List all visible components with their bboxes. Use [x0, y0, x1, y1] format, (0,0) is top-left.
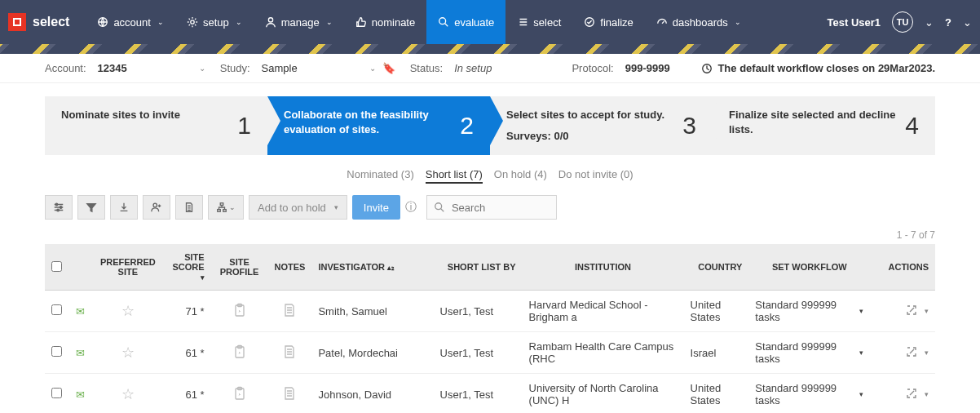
nav-dashboards[interactable]: dashboards⌄ [645, 0, 753, 44]
note-icon[interactable] [284, 349, 295, 361]
nav-nominate[interactable]: nominate [344, 0, 426, 44]
context-status: Status: In setup [410, 62, 492, 74]
document-icon [183, 202, 195, 213]
nav-account[interactable]: account⌄ [86, 0, 175, 44]
nav-label: setup [203, 16, 229, 29]
svg-rect-11 [218, 210, 221, 212]
actions-chevron-icon[interactable]: ▾ [925, 349, 929, 357]
label: Protocol: [572, 62, 613, 74]
label: Study: [220, 62, 250, 74]
filter-icon [86, 202, 97, 213]
workflow-step-2[interactable]: Collaborate on the feasibility evaluatio… [267, 96, 490, 155]
nav-manage[interactable]: manage⌄ [254, 0, 344, 44]
col-workflow[interactable]: SET WORKFLOW [748, 244, 870, 291]
edit-action-icon[interactable] [905, 304, 918, 319]
info-icon[interactable]: ⓘ [405, 200, 417, 215]
col-preferred[interactable]: PREFERRED SITE [94, 244, 162, 291]
col-institution[interactable]: INSTITUTION [523, 244, 684, 291]
add-to-onhold-button[interactable]: Add to on hold ▾ [249, 195, 347, 220]
star-icon[interactable]: ☆ [121, 386, 135, 402]
svg-point-7 [60, 206, 62, 209]
col-shortlistby[interactable]: SHORT LIST BY [434, 244, 523, 291]
workflow-value: Standard 999999 tasks [755, 340, 853, 365]
row-checkbox[interactable] [51, 388, 62, 398]
clipboard-icon[interactable] [233, 349, 246, 362]
tab-shortlist[interactable]: Short list (7) [426, 168, 483, 184]
workflow-step-3[interactable]: Select sites to accept for study. Survey… [490, 96, 713, 155]
bookmark-icon[interactable]: 🔖 [382, 62, 395, 74]
workflow-dropdown[interactable]: Standard 999999 tasks▾ [755, 299, 863, 323]
step-number: 3 [682, 112, 696, 140]
col-investigator[interactable]: INVESTIGATOR ▴₂ [311, 244, 433, 291]
search-box[interactable] [426, 195, 557, 220]
svg-point-3 [439, 18, 446, 24]
invite-button[interactable]: Invite [352, 195, 400, 220]
list-icon [517, 16, 528, 28]
user-name: Test User1 [828, 16, 881, 29]
chevron-down-icon[interactable]: ⌄ [963, 16, 972, 29]
col-actions[interactable]: ACTIONS [870, 244, 935, 291]
nav-setup[interactable]: setup⌄ [175, 0, 254, 44]
download-button[interactable] [110, 195, 138, 220]
context-account[interactable]: Account: 12345 ⌄ [45, 62, 205, 74]
chevron-down-icon: ▾ [334, 203, 338, 211]
col-score[interactable]: SITE SCORE ▾ [162, 244, 211, 291]
clipboard-icon[interactable] [233, 391, 246, 403]
select-all-checkbox[interactable] [51, 261, 62, 272]
filter-button[interactable] [77, 195, 105, 220]
nav-label: select [533, 16, 561, 29]
actions-chevron-icon[interactable]: ▾ [925, 307, 929, 315]
add-user-button[interactable] [143, 195, 170, 220]
envelope-icon[interactable]: ✉ [76, 347, 85, 359]
col-notes[interactable]: NOTES [268, 244, 312, 291]
tab-donotinvite[interactable]: Do not invite (0) [558, 168, 633, 184]
col-profile[interactable]: SITE PROFILE [211, 244, 268, 291]
help-icon[interactable]: ? [945, 16, 951, 29]
row-checkbox[interactable] [51, 304, 62, 315]
note-icon[interactable] [284, 307, 295, 319]
nav-label: finalize [600, 16, 633, 29]
search-input[interactable] [452, 202, 550, 214]
step-number: 1 [237, 112, 251, 140]
user-avatar[interactable]: TU [892, 11, 913, 33]
sliders-icon [53, 202, 64, 213]
nav-finalize[interactable]: finalize [572, 0, 644, 44]
workflow-step-4[interactable]: Finalize site selected and decline lists… [713, 96, 935, 155]
chevron-down-icon[interactable]: ⌄ [925, 16, 934, 29]
brand[interactable]: select [8, 13, 69, 31]
workflow-dropdown[interactable]: Standard 999999 tasks▾ [755, 382, 863, 406]
col-country[interactable]: COUNTRY [684, 244, 749, 291]
edit-action-icon[interactable] [905, 387, 918, 402]
chevron-down-icon: ⌄ [735, 18, 741, 26]
svg-point-6 [55, 204, 58, 206]
nav-evaluate[interactable]: evaluate [426, 0, 505, 44]
sites-table: PREFERRED SITE SITE SCORE ▾ SITE PROFILE… [45, 244, 935, 413]
brand-logo-icon [8, 13, 26, 31]
star-icon[interactable]: ☆ [121, 344, 135, 361]
tab-onhold[interactable]: On hold (4) [494, 168, 547, 184]
step-text: Nominate sites to invite [61, 108, 229, 122]
row-checkbox[interactable] [51, 346, 62, 357]
settings-toggle-button[interactable] [45, 195, 73, 220]
document-button[interactable] [175, 195, 203, 220]
nav-label: account [113, 16, 151, 29]
search-icon [434, 202, 445, 213]
subtabs: Nominated (3) Short list (7) On hold (4)… [0, 163, 980, 195]
envelope-icon[interactable]: ✉ [76, 305, 85, 318]
nav-select[interactable]: select [505, 0, 572, 44]
svg-rect-10 [220, 203, 223, 206]
tab-nominated[interactable]: Nominated (3) [347, 168, 413, 184]
step-subtext: Surveys: 0/0 [506, 129, 674, 144]
chevron-down-icon: ⌄ [157, 18, 164, 26]
workflow-dropdown[interactable]: Standard 999999 tasks▾ [755, 340, 863, 365]
envelope-icon[interactable]: ✉ [76, 389, 85, 401]
actions-chevron-icon[interactable]: ▾ [925, 390, 929, 398]
note-icon[interactable] [284, 390, 295, 402]
star-icon[interactable]: ☆ [121, 303, 135, 319]
context-study[interactable]: Study: Sample ⌄ 🔖 [220, 62, 395, 74]
edit-action-icon[interactable] [905, 345, 918, 361]
hierarchy-button[interactable]: ⌄ [208, 195, 244, 220]
clipboard-icon[interactable] [233, 308, 246, 320]
workflow-step-1[interactable]: Nominate sites to invite 1 [45, 96, 267, 155]
svg-point-2 [268, 18, 272, 22]
